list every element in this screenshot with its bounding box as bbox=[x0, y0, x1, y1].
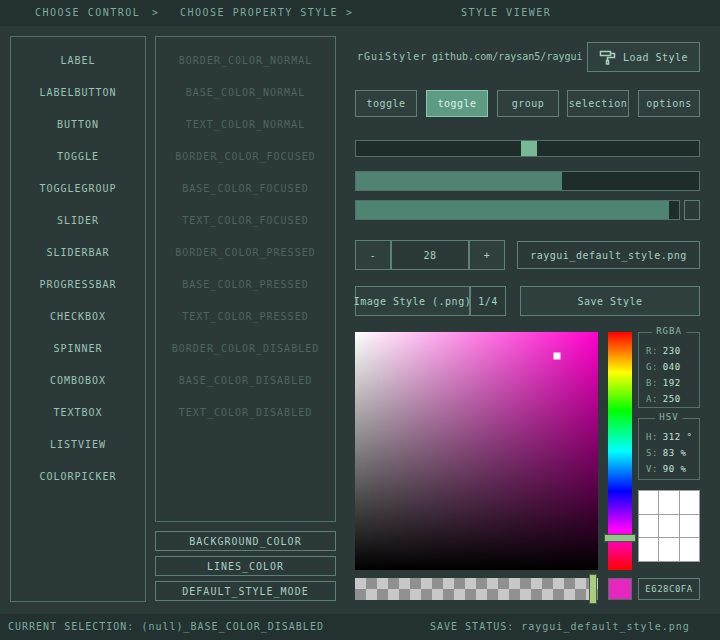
save-status: SAVE STATUS: raygui_default_style.png bbox=[430, 614, 690, 640]
paint-roller-icon bbox=[599, 50, 616, 65]
property-item[interactable]: BASE_COLOR_PRESSED bbox=[156, 269, 335, 301]
control-item-togglegroup[interactable]: TOGGLEGROUP bbox=[11, 173, 145, 205]
repo-link[interactable]: github.com/raysan5/raygui bbox=[432, 42, 583, 72]
control-item-slider[interactable]: SLIDER bbox=[11, 205, 145, 237]
current-color-swatch bbox=[608, 578, 632, 600]
toggle-button[interactable]: toggle bbox=[426, 90, 488, 117]
property-item[interactable]: BORDER_COLOR_DISABLED bbox=[156, 333, 335, 365]
hsv-v-label: V: bbox=[646, 464, 658, 474]
image-style-button[interactable]: Image Style (.png) bbox=[355, 286, 470, 316]
hsv-s-value: 83 % bbox=[663, 448, 687, 458]
control-item-checkbox[interactable]: CHECKBOX bbox=[11, 301, 145, 333]
control-item-listview[interactable]: LISTVIEW bbox=[11, 429, 145, 461]
property-item[interactable]: TEXT_COLOR_PRESSED bbox=[156, 301, 335, 333]
texture-ratio-button[interactable]: 1/4 bbox=[470, 286, 506, 316]
toggle-button[interactable]: options bbox=[638, 90, 700, 117]
toggle-button[interactable]: group bbox=[497, 90, 559, 117]
spinner-decrease-button[interactable]: - bbox=[355, 240, 391, 270]
rgba-title: RGBA bbox=[652, 326, 686, 336]
rgba-groupbox: RGBA R:230 G:040 B:192 A:250 bbox=[638, 332, 700, 408]
topbar-choose-control: CHOOSE CONTROL bbox=[35, 0, 140, 26]
top-bar: CHOOSE CONTROL > CHOOSE PROPERTY STYLE >… bbox=[0, 0, 720, 26]
style-color-grid[interactable] bbox=[638, 490, 700, 562]
alpha-handle[interactable] bbox=[589, 574, 597, 604]
slider-bar[interactable] bbox=[355, 171, 700, 191]
property-item[interactable]: BASE_COLOR_FOCUSED bbox=[156, 173, 335, 205]
load-style-button[interactable]: Load Style bbox=[587, 42, 700, 72]
checkbox[interactable] bbox=[684, 200, 700, 220]
hsv-h-value: 312 ° bbox=[663, 432, 693, 442]
spinner-value[interactable]: 28 bbox=[391, 240, 469, 270]
rgba-g-label: G: bbox=[646, 362, 658, 372]
grid-cell[interactable] bbox=[639, 515, 658, 538]
grid-cell[interactable] bbox=[680, 515, 699, 538]
filename-textbox[interactable]: raygui_default_style.png bbox=[517, 241, 700, 269]
rguistyler-window: CHOOSE CONTROL > CHOOSE PROPERTY STYLE >… bbox=[0, 0, 720, 640]
property-item[interactable]: BORDER_COLOR_FOCUSED bbox=[156, 141, 335, 173]
property-item[interactable]: TEXT_COLOR_DISABLED bbox=[156, 397, 335, 429]
grid-cell[interactable] bbox=[680, 538, 699, 561]
property-item[interactable]: BASE_COLOR_NORMAL bbox=[156, 77, 335, 109]
property-item[interactable]: BORDER_COLOR_PRESSED bbox=[156, 237, 335, 269]
property-style-list: BORDER_COLOR_NORMAL BASE_COLOR_NORMAL TE… bbox=[155, 36, 336, 522]
control-item-textbox[interactable]: TEXTBOX bbox=[11, 397, 145, 429]
rgba-g-value: 040 bbox=[663, 362, 681, 372]
control-item-labelbutton[interactable]: LABELBUTTON bbox=[11, 77, 145, 109]
hsv-s-label: S: bbox=[646, 448, 658, 458]
control-item-spinner[interactable]: SPINNER bbox=[11, 333, 145, 365]
default-style-mode-button[interactable]: DEFAULT_STYLE_MODE bbox=[155, 581, 336, 601]
hsv-groupbox: HSV H:312 ° S:83 % V:90 % bbox=[638, 418, 700, 480]
progress-bar-fill bbox=[356, 201, 669, 219]
hue-handle[interactable] bbox=[604, 534, 636, 542]
topbar-choose-property-style: CHOOSE PROPERTY STYLE bbox=[180, 0, 338, 26]
control-item-sliderbar[interactable]: SLIDERBAR bbox=[11, 237, 145, 269]
control-item-toggle[interactable]: TOGGLE bbox=[11, 141, 145, 173]
chevron-separator-icon: > bbox=[152, 0, 160, 26]
hue-bar[interactable] bbox=[608, 332, 632, 570]
grid-cell[interactable] bbox=[659, 538, 678, 561]
rgba-b-value: 192 bbox=[663, 378, 681, 388]
grid-cell[interactable] bbox=[680, 491, 699, 514]
slider-handle[interactable] bbox=[521, 141, 537, 156]
grid-cell[interactable] bbox=[659, 491, 678, 514]
property-item[interactable]: TEXT_COLOR_FOCUSED bbox=[156, 205, 335, 237]
grid-cell[interactable] bbox=[659, 515, 678, 538]
lines-color-button[interactable]: LINES_COLOR bbox=[155, 556, 336, 576]
spinner-increase-button[interactable]: + bbox=[469, 240, 505, 270]
hsv-h-label: H: bbox=[646, 432, 658, 442]
rgba-a-label: A: bbox=[646, 394, 658, 404]
color-picker-gradient[interactable] bbox=[355, 332, 598, 570]
save-style-button[interactable]: Save Style bbox=[520, 286, 700, 316]
controls-list: LABEL LABELBUTTON BUTTON TOGGLE TOGGLEGR… bbox=[10, 36, 146, 602]
background-color-button[interactable]: BACKGROUND_COLOR bbox=[155, 531, 336, 551]
alpha-slider[interactable] bbox=[355, 578, 598, 600]
toggle-button[interactable]: selection bbox=[567, 90, 629, 117]
rgba-a-value: 250 bbox=[663, 394, 681, 404]
rgba-r-value: 230 bbox=[663, 346, 681, 356]
hsv-v-value: 90 % bbox=[663, 464, 687, 474]
color-picker-cursor[interactable] bbox=[553, 352, 560, 359]
chevron-separator-icon: > bbox=[346, 0, 354, 26]
load-style-label: Load Style bbox=[623, 52, 688, 63]
control-item-progressbar[interactable]: PROGRESSBAR bbox=[11, 269, 145, 301]
control-item-button[interactable]: BUTTON bbox=[11, 109, 145, 141]
hsv-title: HSV bbox=[655, 412, 682, 422]
current-selection-status: CURRENT SELECTION: (null)_BASE_COLOR_DIS… bbox=[8, 614, 324, 640]
status-bar: CURRENT SELECTION: (null)_BASE_COLOR_DIS… bbox=[0, 614, 720, 640]
control-item-colorpicker[interactable]: COLORPICKER bbox=[11, 461, 145, 493]
rgba-b-label: B: bbox=[646, 378, 658, 388]
hex-value-textbox[interactable]: E628C0FA bbox=[638, 578, 700, 600]
slider-bar-fill bbox=[356, 172, 562, 190]
grid-cell[interactable] bbox=[639, 491, 658, 514]
control-item-combobox[interactable]: COMBOBOX bbox=[11, 365, 145, 397]
toggle-button[interactable]: toggle bbox=[355, 90, 417, 117]
progress-bar bbox=[355, 200, 680, 220]
property-item[interactable]: BORDER_COLOR_NORMAL bbox=[156, 45, 335, 77]
property-item[interactable]: BASE_COLOR_DISABLED bbox=[156, 365, 335, 397]
control-item-label[interactable]: LABEL bbox=[11, 45, 145, 77]
property-item[interactable]: TEXT_COLOR_NORMAL bbox=[156, 109, 335, 141]
grid-cell[interactable] bbox=[639, 538, 658, 561]
slider[interactable] bbox=[355, 140, 700, 157]
topbar-style-viewer: STYLE VIEWER bbox=[461, 0, 551, 26]
rgba-r-label: R: bbox=[646, 346, 658, 356]
